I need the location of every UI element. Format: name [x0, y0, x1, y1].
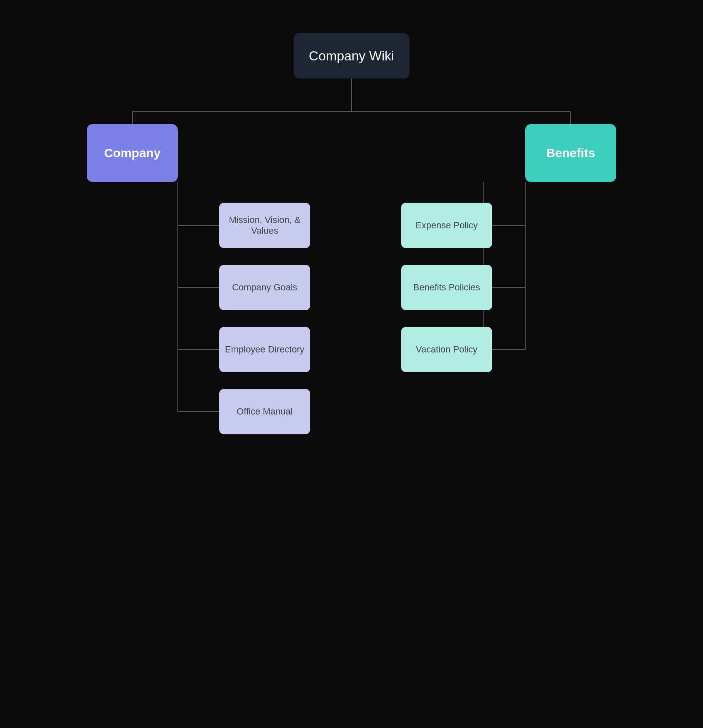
office-manual-label: Office Manual — [237, 406, 292, 417]
mission-vision-node[interactable]: Mission, Vision, & Values — [219, 203, 310, 248]
benefits-policies-label: Benefits Policies — [413, 282, 480, 293]
connectors-svg — [62, 17, 641, 711]
benefits-policies-node[interactable]: Benefits Policies — [401, 265, 492, 310]
vacation-policy-node[interactable]: Vacation Policy — [401, 327, 492, 372]
company-node[interactable]: Company — [87, 124, 178, 182]
benefits-label: Benefits — [546, 146, 595, 160]
vacation-policy-label: Vacation Policy — [416, 344, 478, 355]
company-goals-node[interactable]: Company Goals — [219, 265, 310, 310]
benefits-node[interactable]: Benefits — [525, 124, 616, 182]
company-label: Company — [104, 146, 161, 160]
expense-policy-node[interactable]: Expense Policy — [401, 203, 492, 248]
employee-directory-node[interactable]: Employee Directory — [219, 327, 310, 372]
employee-directory-label: Employee Directory — [225, 344, 304, 355]
company-goals-label: Company Goals — [232, 282, 297, 293]
expense-policy-label: Expense Policy — [416, 220, 478, 231]
org-chart: Company Wiki Company Mission, Vision, & … — [62, 17, 641, 711]
root-node: Company Wiki — [294, 33, 409, 79]
office-manual-node[interactable]: Office Manual — [219, 389, 310, 434]
mission-vision-label: Mission, Vision, & Values — [219, 215, 310, 236]
root-label: Company Wiki — [309, 48, 394, 64]
